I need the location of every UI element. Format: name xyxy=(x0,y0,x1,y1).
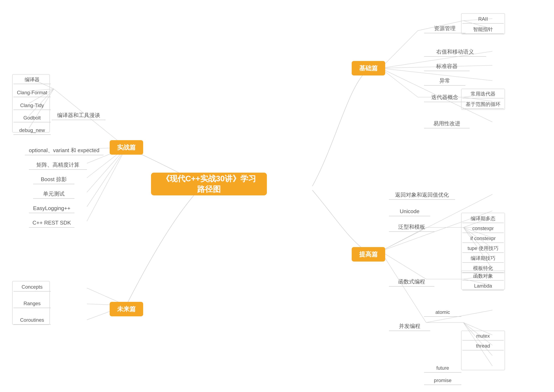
leaf-rvo: 返回对象和返回值优化 xyxy=(389,190,455,200)
leaf-concurrent: 并发编程 xyxy=(389,322,430,331)
branch-tigao: 提高篇 xyxy=(352,247,385,262)
branch-tigao-label: 提高篇 xyxy=(359,250,378,259)
leaf-template-spec: 模板特化 xyxy=(462,264,504,273)
leaf-exception: 异常 xyxy=(424,76,465,86)
center-node: 《现代C++实战30讲》学习路径图 xyxy=(151,173,267,195)
leaf-range-loop: 基于范围的循环 xyxy=(462,100,504,109)
svg-line-7 xyxy=(381,68,418,97)
leaf-tuple: tupe 使用技巧 xyxy=(462,244,504,253)
leaf-ziyuanguanli: 资源管理 xyxy=(424,24,465,33)
leaf-rvalue: 右值和移动语义 xyxy=(424,47,486,57)
leaf-concepts: Concepts xyxy=(14,283,51,292)
leaf-if-constexpr: if constexpr xyxy=(462,234,504,243)
leaf-raii: RAII xyxy=(462,15,504,24)
leaf-debug-new: debug_new xyxy=(14,126,51,135)
leaf-thread: thread xyxy=(462,342,504,350)
branch-weilai: 未来篇 xyxy=(110,302,143,316)
leaf-clang-format: Clang-Format xyxy=(14,89,51,97)
svg-line-26 xyxy=(381,251,426,322)
leaf-atomic: atomic xyxy=(424,308,461,317)
leaf-godbolt: Godbolt xyxy=(14,114,51,122)
leaf-unittest: 单元测试 xyxy=(33,189,74,199)
leaf-mutex: mutex xyxy=(462,332,504,341)
leaf-template: 泛型和模板 xyxy=(389,222,434,232)
branch-jichupian-label: 基础篇 xyxy=(359,64,378,73)
leaf-compiler: 编译器 xyxy=(14,76,51,84)
leaf-compile-poly: 编译期多态 xyxy=(462,214,504,223)
leaf-ease: 易用性改进 xyxy=(424,119,470,128)
svg-line-45 xyxy=(87,147,126,221)
leaf-boost: Boost 掠影 xyxy=(33,175,74,184)
leaf-future: future xyxy=(424,364,461,372)
svg-line-44 xyxy=(87,147,126,207)
leaf-rest-sdk: C++ REST SDK xyxy=(29,218,74,228)
leaf-smartptr: 智能指针 xyxy=(462,25,504,34)
svg-line-0 xyxy=(381,31,418,68)
leaf-constexpr: constexpr xyxy=(462,224,504,233)
leaf-compiler-tools: 编译器和工具漫谈 xyxy=(52,111,106,120)
leaf-unicode: Unicode xyxy=(389,207,430,216)
leaf-container: 标准容器 xyxy=(424,62,470,71)
leaf-iterator: 迭代器概念 xyxy=(424,93,465,102)
leaf-compile-skill: 编译期技巧 xyxy=(462,254,504,263)
leaf-clang-tidy: Clang-Tidy xyxy=(14,101,51,110)
leaf-common-iter: 常用迭代器 xyxy=(462,90,504,98)
svg-line-22 xyxy=(381,251,426,279)
leaf-functional: 函数式编程 xyxy=(389,277,434,287)
leaf-coroutines: Coroutines xyxy=(14,316,51,325)
branch-jichupian: 基础篇 xyxy=(352,61,385,76)
leaf-matrix: 矩阵、高精度计算 xyxy=(29,160,87,170)
center-label: 《现代C++实战30讲》学习路径图 xyxy=(161,174,257,195)
branch-shizhan: 实战篇 xyxy=(110,140,143,155)
leaf-easylogging: EasyLogging++ xyxy=(29,204,74,213)
branch-weilai-label: 未来篇 xyxy=(117,305,136,314)
leaf-optional: optional、variant 和 expected xyxy=(25,146,103,155)
mindmap-container: 《现代C++实战30讲》学习路径图 基础篇 资源管理 RAII 智能指针 右值和… xyxy=(0,0,554,392)
leaf-ranges: Ranges xyxy=(14,299,51,308)
leaf-lambda: Lambda xyxy=(462,282,504,290)
leaf-func-obj: 函数对象 xyxy=(462,272,504,280)
leaf-promise: promise xyxy=(424,376,461,385)
branch-shizhan-label: 实战篇 xyxy=(117,143,136,152)
